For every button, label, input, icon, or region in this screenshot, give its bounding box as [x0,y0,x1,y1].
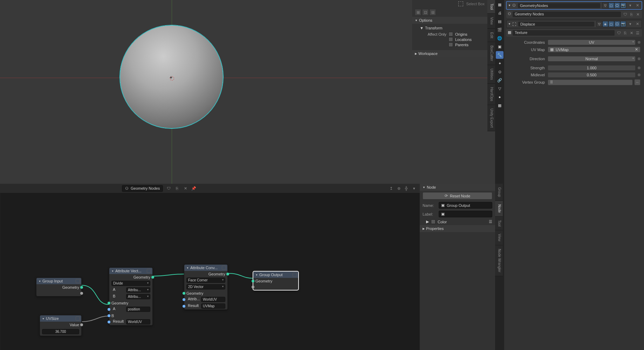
apply-on-spline-icon[interactable]: ▽ [602,2,608,8]
socket-geometry-out[interactable] [226,273,229,275]
tab-hardops[interactable]: HardOps [487,84,495,105]
socket-geometry-in[interactable] [108,302,110,304]
reset-node-button[interactable]: ⟳Reset Node [423,192,492,200]
node-panel-header[interactable]: ▼Node [420,184,495,191]
chevron-down-icon[interactable]: ▾ [628,3,633,8]
tab-mesh-icon[interactable]: ▽ [496,85,503,92]
snap-icon[interactable]: ⊞ [415,9,421,15]
anim-dot[interactable] [638,66,640,69]
tab-utilities[interactable]: Utilities [487,65,495,84]
modifier-geometry-nodes-header[interactable]: ▼⚇ GeometryNodes ▽ ▢ 🖵 📷 ▾ ✕ [506,1,642,9]
pin-icon[interactable] [293,273,297,277]
tab-scene-icon[interactable]: 🎬 [496,26,503,34]
anim-dot[interactable] [638,74,640,76]
socket-empty-out[interactable] [80,292,83,295]
users-icon[interactable]: ⎘ [174,186,180,191]
node-label-field[interactable]: ▣ [439,211,492,217]
tab-view[interactable]: View [495,230,503,245]
unlink-icon[interactable]: ✕ [629,30,634,36]
show-viewport-icon[interactable]: 🖵 [614,21,620,27]
socket-geometry-out[interactable] [151,276,154,279]
tab-physics-icon[interactable]: ⊙ [496,68,503,76]
operation-dropdown[interactable]: Divide [111,281,150,286]
socket-value-out[interactable] [80,323,83,326]
show-viewport-icon[interactable]: 🖵 [614,2,620,8]
shield-icon[interactable]: 🛡 [622,12,628,17]
datatype-dropdown[interactable]: 2D Vector [186,284,225,289]
b-type-dropdown[interactable]: Attribu... [126,294,150,299]
duplicate-icon[interactable]: ⎘ [622,30,628,36]
result-field[interactable]: WorldUV [126,319,150,324]
tab-constraints-icon[interactable]: 🔗 [496,76,503,84]
attrib-field[interactable]: WorldUV [201,297,225,302]
tab-view-layer-icon[interactable]: ▤ [496,18,503,25]
clear-icon[interactable]: ✕ [635,47,638,52]
a-value-field[interactable]: position [126,307,150,312]
tab-modifiers-icon[interactable]: 🔧 [496,51,503,59]
tab-tool[interactable]: Tool [487,0,495,14]
options-header[interactable]: ▼Options [412,17,487,24]
list-icon[interactable]: ☰ [489,219,492,224]
close-icon[interactable]: ✕ [635,3,640,8]
node-group-output[interactable]: ▼Group Output Geometry [253,271,299,290]
snap3-icon[interactable]: ⊟ [430,9,436,15]
modifier-name-field[interactable]: GeometryNodes [518,3,600,8]
texture-props-icon[interactable]: ☰ [635,30,640,36]
parents-checkbox[interactable] [448,42,453,47]
socket-geometry-in[interactable] [252,280,254,282]
tab-world-icon[interactable]: 🌐 [496,34,503,42]
properties-panel-header[interactable]: ▶Properties [420,225,495,232]
workspace-header[interactable]: ▶Workspace [412,50,487,57]
shield-icon[interactable]: 🛡 [616,30,622,36]
node-tree-selector[interactable]: ⚇ Geometry Nodes [122,185,163,192]
chevron-down-icon[interactable]: ▾ [628,21,633,27]
origins-checkbox[interactable] [448,32,453,36]
midlevel-field[interactable]: 0.500 [548,72,636,78]
shield-icon[interactable]: 🛡 [166,186,171,191]
viewport-3d[interactable]: Select Box ⊞ ⊡ ⊟ ▼Options ▼Transform Aff… [0,0,495,184]
tab-object-icon[interactable]: ▣ [496,43,503,50]
result-field[interactable]: UVMap [201,303,225,309]
pin-icon[interactable]: 📌 [191,186,197,191]
uvmap-field[interactable]: ▦UVMap✕ [548,47,640,52]
unlink-icon[interactable]: ✕ [183,186,188,191]
show-in-editmode-icon[interactable]: ▢ [608,2,614,8]
node-editor-canvas[interactable]: ⚇ Geometry Nodes 🛡 ⎘ ✕ 📌 ↥ ⊚ ╬ ▾ ▼Group … [0,184,420,350]
node-attribute-convert[interactable]: ▼Attribute Conv... Geometry Face Corner … [184,264,228,310]
transform-header[interactable]: ▼Transform [415,25,485,31]
tab-node[interactable]: Node [495,201,503,217]
color-row[interactable]: ▶Color☰ [420,218,495,225]
coordinates-dropdown[interactable]: UV [548,40,636,45]
node-title[interactable]: ▼Group Input [36,278,81,284]
node-group-input[interactable]: ▼Group Input Geometry [36,278,82,296]
color-checkbox[interactable] [431,219,436,224]
node-title[interactable]: ▼Attribute Vect... [109,268,152,274]
invert-icon[interactable]: ↔ [634,79,640,85]
socket-empty-in[interactable] [252,286,254,288]
domain-dropdown[interactable]: Face Corner [186,278,225,283]
socket-result-in[interactable] [183,305,185,308]
socket-attrib-in[interactable] [183,298,185,301]
tab-unity-export[interactable]: Unity Export [487,105,495,131]
node-uvsize[interactable]: ▼UVSize Value 36.700 [40,315,82,336]
strength-field[interactable]: 1.000 [548,65,636,71]
tab-view[interactable]: View [487,14,495,29]
value-field[interactable]: 36.700 [42,329,79,334]
pin-icon[interactable] [222,266,226,270]
node-title[interactable]: ▼Group Output [253,272,298,278]
locations-checkbox[interactable] [448,37,453,42]
socket-a-in[interactable] [108,308,110,311]
chevron-down-icon[interactable]: ▾ [411,186,417,191]
a-type-dropdown[interactable]: Attribu... [126,287,150,293]
show-render-icon[interactable]: 📷 [620,21,626,27]
socket-geometry-in[interactable] [183,292,185,295]
node-group-selector[interactable]: ⚇ Geometry Nodes 🛡 ⎘ ✕ [506,10,642,18]
close-icon[interactable]: ✕ [635,21,640,27]
modifier-name-field[interactable]: Displace [518,22,594,27]
tab-texture-icon[interactable]: ▩ [496,102,503,109]
tab-group[interactable]: Group [495,184,503,201]
node-name-field[interactable]: ▣Group Output [439,202,492,209]
anim-dot[interactable] [638,41,640,44]
duplicate-icon[interactable]: ⎘ [629,12,634,17]
show-on-cage-icon[interactable]: ◈ [602,21,608,27]
